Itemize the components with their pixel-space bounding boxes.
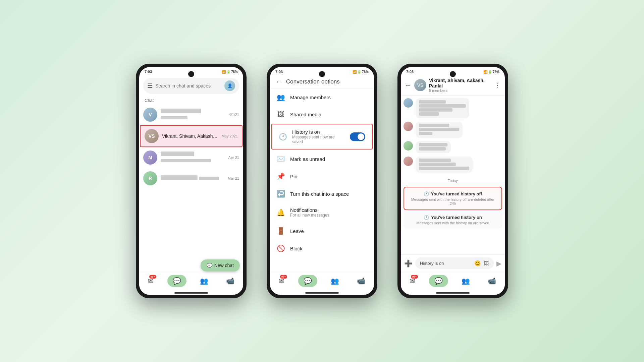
- option-notifications[interactable]: 🔔 Notifications For all new messages: [270, 202, 374, 222]
- pin-title: Pin: [290, 174, 367, 179]
- user-avatar[interactable]: 👤: [224, 80, 235, 91]
- nav-people-3[interactable]: 👥: [458, 276, 474, 286]
- chat-item-4[interactable]: R Mar 21: [139, 168, 243, 189]
- wifi-icon-2: 📶: [353, 70, 357, 74]
- chat-avatar-4: R: [143, 171, 157, 185]
- video-icon-3: 📹: [488, 277, 496, 285]
- nav-people-1[interactable]: 👥: [196, 276, 212, 286]
- pin-icon: 📌: [277, 172, 285, 180]
- nav-chat-1[interactable]: 💬: [167, 275, 186, 287]
- block-title: Block: [290, 246, 367, 251]
- history-on-title: 🕐 You've turned history on: [409, 215, 497, 220]
- chat-input-field[interactable]: History is on 😊 🖼: [415, 257, 494, 269]
- bottom-nav-3: ✉ 99+ 💬 👥 📹: [401, 272, 505, 291]
- nav-video-3[interactable]: 📹: [484, 276, 500, 286]
- status-icons-3: 📶 🔋 76%: [483, 70, 499, 74]
- image-icon[interactable]: 🖼: [484, 260, 489, 266]
- search-input[interactable]: Search in chat and spaces: [155, 83, 222, 88]
- nav-video-1[interactable]: 📹: [222, 276, 238, 286]
- chat-header-name: Vikrant, Shivam, Aakash, Pankil: [429, 78, 491, 88]
- phone-1-notch: [188, 71, 194, 77]
- option-space-text: Turn this chat into a space: [290, 191, 367, 197]
- more-options-icon[interactable]: ⋮: [494, 81, 501, 89]
- phones-container: 7:03 📶 🔋 76% ☰ Search in chat and spaces…: [136, 64, 508, 298]
- option-shared-media[interactable]: 🖼 Shared media: [270, 106, 374, 123]
- msg-text-4b: [419, 167, 469, 170]
- nav-mail-2[interactable]: ✉ 99+: [275, 276, 288, 286]
- history-toggle[interactable]: [350, 132, 365, 141]
- chat-name-3: [161, 152, 194, 156]
- msg-avatar-4: [404, 157, 413, 166]
- battery-icon: 🔋: [226, 70, 230, 74]
- history-off-sub: Messages sent with the history off are d…: [410, 197, 496, 205]
- msg-name-1: [419, 100, 446, 104]
- hamburger-icon[interactable]: ☰: [147, 82, 153, 89]
- chat-icon-1: 💬: [173, 277, 181, 285]
- message-row-4: [404, 157, 502, 173]
- home-indicator-3: [436, 292, 470, 294]
- nav-chat-2[interactable]: 💬: [298, 275, 317, 287]
- option-block-text: Block: [290, 246, 367, 251]
- phone-2-notch: [319, 71, 325, 77]
- option-leave[interactable]: 🚪 Leave: [270, 222, 374, 240]
- back-button-3[interactable]: ←: [405, 81, 412, 89]
- nav-mail-1[interactable]: ✉ 99+: [144, 276, 158, 286]
- notifications-title: Notifications: [290, 207, 367, 213]
- history-off-title: 🕐 You've turned history off: [410, 191, 496, 196]
- block-icon: 🚫: [277, 244, 285, 252]
- nav-mail-3[interactable]: ✉ 99+: [406, 276, 419, 286]
- option-mark-unread[interactable]: ✉️ Mark as unread: [270, 150, 374, 168]
- wifi-icon: 📶: [222, 70, 226, 74]
- chat-icon-3: 💬: [434, 277, 443, 285]
- search-bar[interactable]: ☰ Search in chat and spaces 👤: [143, 78, 239, 94]
- msg-name-4: [419, 159, 451, 162]
- chat-preview-1: [161, 116, 187, 119]
- nav-chat-3[interactable]: 💬: [429, 275, 448, 287]
- option-pin[interactable]: 📌 Pin: [270, 168, 374, 185]
- option-turn-space[interactable]: ↩️ Turn this chat into a space: [270, 185, 374, 202]
- phone-3-screen: 7:03 📶 🔋 76% ← VS Vikrant, Shivam, Aakas…: [401, 67, 505, 295]
- option-manage-members[interactable]: 👥 Manage members: [270, 88, 374, 106]
- video-icon-1: 📹: [226, 277, 234, 285]
- option-history[interactable]: 🕐 History is on Messages sent now are sa…: [271, 124, 373, 149]
- back-button-2[interactable]: ←: [275, 78, 282, 85]
- new-chat-button[interactable]: 💬 New chat: [201, 259, 240, 272]
- option-block[interactable]: 🚫 Block: [270, 240, 374, 257]
- option-unread-text: Mark as unread: [290, 156, 367, 162]
- chat-time-2: May 2021: [222, 134, 238, 138]
- chat-item-3[interactable]: M Apr 21: [139, 147, 243, 168]
- notifications-subtitle: For all new messages: [290, 213, 367, 218]
- nav-people-2[interactable]: 👥: [327, 276, 343, 286]
- chat-info-2: Vikrant, Shivam, Aakash, ...: [162, 133, 218, 139]
- people-icon-3: 👥: [462, 277, 470, 285]
- people-icon-2: 👥: [331, 277, 339, 285]
- chat-section-label: Chat: [139, 97, 243, 104]
- add-attachment-icon[interactable]: ➕: [404, 259, 413, 267]
- chat-avatar-1: V: [143, 108, 157, 122]
- history-on-icon: 🕐: [424, 215, 429, 220]
- home-indicator-2: [305, 292, 339, 294]
- status-time-3: 7:03: [406, 70, 414, 74]
- send-icon[interactable]: ▶: [496, 259, 501, 267]
- chat-time-4: Mar 21: [228, 176, 239, 180]
- chat-info-3: [161, 152, 225, 164]
- message-row-1: [404, 98, 502, 118]
- chat-preview-3: [161, 159, 211, 162]
- messages-area: Today 🕐 You've turned history off Messag…: [401, 96, 505, 254]
- chat-name-1: [161, 109, 201, 113]
- chat-item-2[interactable]: VS Vikrant, Shivam, Aakash, ... May 2021: [140, 125, 243, 147]
- message-bubble-4: [416, 157, 473, 173]
- chat-icon-2: 💬: [304, 277, 312, 285]
- emoji-icon[interactable]: 😊: [474, 260, 481, 266]
- space-icon: ↩️: [277, 190, 285, 198]
- leave-title: Leave: [290, 228, 367, 234]
- msg-text-2: [419, 128, 459, 131]
- battery-icon-2: 🔋: [357, 70, 361, 74]
- chat-item-1[interactable]: V 4/1/21: [139, 104, 243, 125]
- message-row-3: [404, 141, 502, 153]
- nav-video-2[interactable]: 📹: [353, 276, 369, 286]
- wifi-icon-3: 📶: [483, 70, 487, 74]
- chat-header-members: 5 members: [429, 88, 491, 93]
- msg-avatar-2: [404, 122, 413, 131]
- mail-badge-3: 99+: [411, 275, 418, 279]
